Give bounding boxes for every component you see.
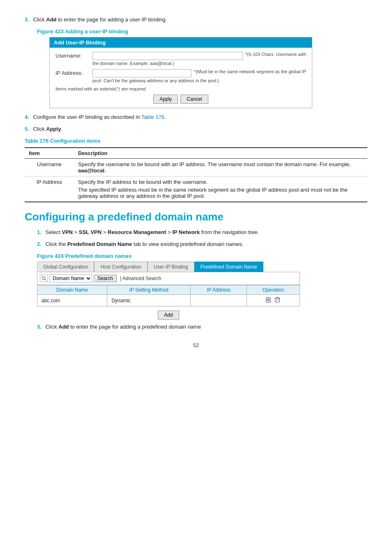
tab-predefined-domain-name[interactable]: Predefined Domain Name	[194, 262, 263, 272]
section-step2-num: 2.	[37, 241, 42, 247]
ipaddress-hint2: pool. Can't be the gateway address or an…	[92, 78, 306, 83]
search-icon	[40, 275, 48, 282]
required-note: Items marked with an asterisk(*) are req…	[55, 86, 306, 91]
username-row: Username: *(6-103 Chars. Username with t…	[55, 52, 306, 66]
col-ip-setting-method: IP Setting Method	[107, 285, 191, 295]
step5-block: 5. Click Apply.	[25, 126, 367, 132]
domain-table-header: Domain Name IP Setting Method IP Address…	[37, 285, 300, 295]
section-step1: 1. Select VPN > SSL VPN > Resource Manag…	[37, 229, 367, 235]
section-step2-text: Click the Predefined Domain Name tab to …	[45, 241, 243, 247]
cell-ip	[190, 295, 247, 306]
cancel-button[interactable]: Cancel	[180, 95, 208, 104]
ip-desc-line2: The specified IP address must be in the …	[78, 187, 363, 199]
step4-block: 4. Configure the user-IP binding as desc…	[25, 114, 367, 120]
add-user-ip-body: Username: *(6-103 Chars. Username with t…	[50, 48, 312, 108]
svg-point-0	[42, 277, 45, 280]
figure423-box: Add User-IP Binding Username: *(6-103 Ch…	[37, 37, 367, 108]
username-label: Username:	[55, 52, 92, 59]
page-number: 52	[25, 342, 367, 348]
edit-icon[interactable]	[265, 297, 272, 303]
section-step3-num: 3.	[37, 324, 42, 330]
add-btn-row: Add	[37, 311, 300, 320]
section-step1-text: Select VPN > SSL VPN > Resource Manageme…	[45, 229, 258, 235]
ipaddress-input[interactable]	[92, 69, 191, 77]
section-step3-text: Click Add to enter the page for adding a…	[45, 324, 201, 330]
domain-table: Domain Name IP Setting Method IP Address…	[37, 285, 300, 306]
step5-text: Click Apply.	[33, 126, 62, 132]
section-step3: 3. Click Add to enter the page for addin…	[37, 324, 367, 330]
delete-icon[interactable]	[274, 297, 281, 303]
ipaddress-row: IP Address: *(Must be in the same networ…	[55, 69, 306, 83]
username-input[interactable]	[92, 52, 243, 60]
tab-user-ip-binding[interactable]: User-IP Binding	[148, 262, 194, 272]
row-ip-item: IP Address	[25, 176, 74, 202]
step5-num: 5.	[25, 126, 29, 132]
ipaddress-label: IP Address:	[55, 69, 92, 76]
table-row-username: Username Specify the username to be boun…	[25, 159, 367, 176]
search-bar: Domain Name Search | Advanced Search	[37, 272, 300, 285]
username-input-wrap: *(6-103 Chars. Username with the domain …	[92, 52, 306, 66]
col-domain-name: Domain Name	[37, 285, 107, 295]
svg-rect-7	[275, 298, 279, 302]
form-buttons: Apply Cancel	[55, 95, 306, 104]
svg-line-1	[45, 279, 46, 280]
username-hint1: *(6-103 Chars. Username with	[245, 52, 306, 57]
add-user-ip-box: Add User-IP Binding Username: *(6-103 Ch…	[49, 37, 312, 108]
col-operation: Operation	[247, 285, 300, 295]
section-step2: 2. Click the Predefined Domain Name tab …	[37, 241, 367, 247]
table176-link[interactable]: Table 176	[141, 114, 164, 120]
add-button[interactable]: Add	[158, 311, 179, 320]
cell-method: Dynamic	[107, 295, 191, 306]
search-button[interactable]: Search	[94, 275, 117, 282]
step3-text: Click Add to enter the page for adding a…	[33, 16, 167, 23]
advanced-search-label[interactable]: | Advanced Search	[120, 276, 161, 281]
cell-ops	[247, 295, 300, 306]
step3-top: 3. Click Add to enter the page for addin…	[25, 16, 367, 23]
tab-host-config[interactable]: Host Configuration	[94, 262, 147, 272]
figure423-title: Figure 423 Adding a user-IP binding	[37, 28, 367, 35]
figure424-title: Figure 424 Predefined domain names	[37, 253, 367, 259]
search-dropdown[interactable]: Domain Name	[50, 274, 92, 283]
step4-num: 4.	[25, 114, 29, 120]
section-step1-num: 1.	[37, 229, 42, 235]
col-header-desc: Description	[74, 148, 367, 159]
ipaddress-hint1: *(Must be in the same network segment as…	[194, 69, 306, 74]
apply-button[interactable]: Apply	[153, 95, 178, 104]
username-hint2: the domain name. Example: aaa@local.)	[92, 61, 306, 66]
step3-num: 3.	[25, 16, 29, 23]
tab-global-config[interactable]: Global Configuration	[37, 262, 94, 272]
cell-domain: abc.com	[37, 295, 107, 306]
add-user-ip-header: Add User-IP Binding	[50, 37, 312, 48]
tab-bar: Global Configuration Host Configuration …	[37, 262, 300, 272]
row-username-desc: Specify the username to be bound with an…	[74, 159, 367, 176]
section-heading: Configuring a predefined domain name	[25, 211, 367, 223]
col-ip-address: IP Address	[190, 285, 247, 295]
row-username-item: Username	[25, 159, 74, 176]
table-row-ipaddress: IP Address Specify the IP address to be …	[25, 176, 367, 202]
table176-title: Table 176 Configuration items	[25, 138, 367, 144]
row-ip-desc: Specify the IP address to be bound with …	[74, 176, 367, 202]
ipaddress-input-wrap: *(Must be in the same network segment as…	[92, 69, 306, 83]
config-table: Item Description Username Specify the us…	[25, 147, 367, 202]
col-header-item: Item	[25, 148, 74, 159]
table-row: abc.com Dynamic	[37, 295, 300, 306]
ip-desc-line1: Specify the IP address to be bound with …	[78, 179, 363, 185]
figure424-box: Global Configuration Host Configuration …	[37, 262, 367, 320]
step4-text: Configure the user-IP binding as describ…	[33, 114, 166, 120]
